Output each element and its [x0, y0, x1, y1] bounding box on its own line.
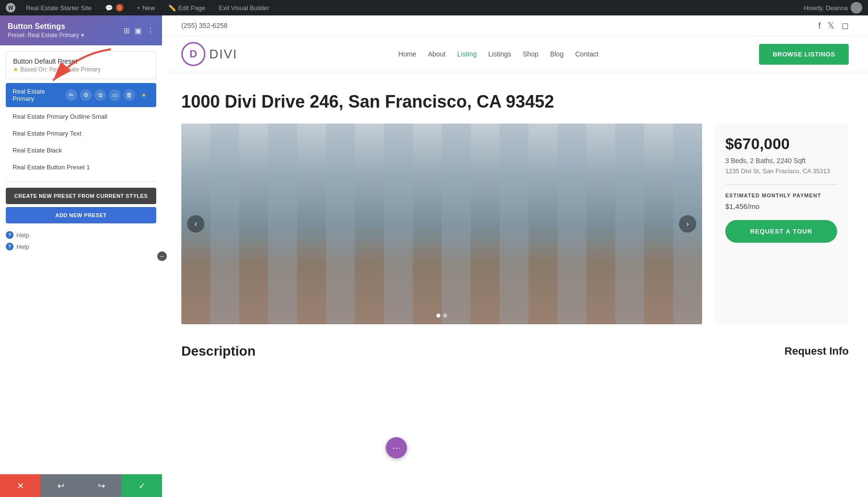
button-settings-panel: Button Settings Preset: Real Estate Prim… — [0, 15, 162, 497]
preset-star-icon[interactable]: ★ — [138, 89, 149, 101]
logo-text: DIVI — [209, 47, 238, 62]
panel-header: Button Settings Preset: Real Estate Prim… — [0, 15, 162, 45]
listing-gallery: ‹ › — [181, 124, 702, 324]
nav-listing[interactable]: Listing — [457, 50, 476, 58]
help-icon-2: ? — [6, 243, 14, 250]
browse-listings-button[interactable]: BROWSE LISTINGS — [759, 44, 849, 65]
comment-count-badge: 0 — [116, 4, 123, 12]
preset-action-icons: ✏ ⚙ ⧉ ▭ 🗑 ★ — [66, 89, 149, 101]
listing-title: 1000 Divi Drive 246, San Francisco, CA 9… — [181, 92, 849, 112]
gallery-dot-2[interactable] — [443, 314, 447, 318]
nav-links: Home About Listing Listings Shop Blog Co… — [398, 50, 598, 58]
cancel-button[interactable]: ✕ — [0, 474, 41, 497]
active-preset-row[interactable]: Real Estate Primary ✏ ⚙ ⧉ ▭ 🗑 ★ — [6, 83, 156, 107]
facebook-icon[interactable]: f — [818, 21, 821, 31]
divider — [6, 181, 156, 182]
preset-list-item[interactable]: Real Estate Button Preset 1 — [6, 159, 156, 176]
social-icons: f 𝕏 ◻ — [818, 20, 849, 31]
logo-circle: D — [181, 42, 205, 66]
listing-main: ‹ › $670,000 3 Beds, 2 Baths, 2240 Sqft … — [181, 124, 849, 324]
save-button[interactable]: ✓ — [122, 474, 162, 497]
wp-logo-icon[interactable]: W — [6, 3, 15, 13]
preset-edit-icon[interactable]: ✏ — [66, 89, 77, 101]
gallery-image — [181, 124, 702, 324]
default-preset-card[interactable]: Button Default Preset ★ Based On: Real E… — [6, 51, 156, 79]
admin-exit-builder[interactable]: Exit Visual Builder — [216, 0, 272, 15]
preset-list-item[interactable]: Real Estate Black — [6, 142, 156, 159]
panel-content: Button Default Preset ★ Based On: Real E… — [0, 45, 162, 474]
panel-footer: ✕ ↩ ↪ ✓ — [0, 474, 162, 497]
add-preset-button[interactable]: ADD NEW PRESET — [6, 207, 156, 223]
panel-title: Button Settings — [8, 22, 84, 31]
panel-settings-icon[interactable]: ⊞ — [123, 26, 130, 35]
nav-blog[interactable]: Blog — [550, 50, 564, 58]
admin-avatar — [851, 2, 862, 14]
admin-comments[interactable]: 💬 0 — [102, 0, 126, 15]
default-preset-title: Button Default Preset — [13, 57, 149, 65]
main-site: (255) 352-6258 f 𝕏 ◻ D DIVI Home About L… — [162, 15, 868, 497]
gallery-next-button[interactable]: › — [679, 215, 696, 233]
help-row-2[interactable]: ? Help — [6, 241, 156, 252]
gallery-dot-1[interactable] — [436, 314, 440, 318]
panel-header-icons: ⊞ ▣ ⋮ — [123, 26, 154, 35]
listing-address: 1235 Divi St, San Fracisco, CA 35313 — [725, 167, 837, 175]
sidebar-divider — [725, 184, 837, 185]
nav-listings[interactable]: Listings — [488, 50, 511, 58]
undo-button[interactable]: ↩ — [41, 474, 81, 497]
default-preset-subtitle: ★ Based On: Real Estate Primary — [13, 66, 149, 73]
panel-subtitle: Preset: Real Estate Primary ▾ — [8, 32, 84, 39]
nav-contact[interactable]: Contact — [575, 50, 598, 58]
panel-more-icon[interactable]: ⋮ — [147, 26, 154, 35]
phone-number: (255) 352-6258 — [181, 22, 228, 29]
preset-delete-icon[interactable]: 🗑 — [123, 89, 135, 101]
admin-howdy: Howdy, Deanna — [803, 2, 862, 14]
listing-price: $670,000 — [725, 135, 837, 153]
nav-shop[interactable]: Shop — [523, 50, 539, 58]
admin-site-name[interactable]: Real Estate Starter Site — [23, 0, 95, 15]
float-action-button[interactable]: ⋯ — [386, 437, 407, 458]
site-topbar: (255) 352-6258 f 𝕏 ◻ — [162, 15, 868, 36]
twitter-icon[interactable]: 𝕏 — [827, 20, 835, 31]
admin-bar: W Real Estate Starter Site 💬 0 + New ✏️ … — [0, 0, 868, 15]
nav-home[interactable]: Home — [398, 50, 416, 58]
help-icon-1: ? — [6, 231, 14, 239]
est-payment-label: ESTIMATED MONTHLY PAYMENT — [725, 193, 837, 198]
star-icon: ★ — [13, 66, 18, 73]
site-logo: D DIVI — [181, 42, 238, 66]
listing-details: 3 Beds, 2 Baths, 2240 Sqft — [725, 157, 837, 165]
listing-sidebar: $670,000 3 Beds, 2 Baths, 2240 Sqft 1235… — [714, 124, 849, 324]
description-section: Description Request Info — [162, 334, 868, 369]
admin-new[interactable]: + New — [134, 0, 158, 15]
nav-about[interactable]: About — [428, 50, 446, 58]
active-preset-label: Real Estate Primary — [13, 88, 62, 102]
preset-list-item[interactable]: Real Estate Primary Outline Small — [6, 108, 156, 125]
panel-layout-icon[interactable]: ▣ — [135, 26, 142, 35]
preset-settings-icon[interactable]: ⚙ — [80, 89, 92, 101]
instagram-icon[interactable]: ◻ — [841, 20, 849, 31]
help-row-1[interactable]: ? Help — [6, 229, 156, 241]
gallery-dots — [436, 314, 447, 318]
preset-export-icon[interactable]: ▭ — [109, 89, 121, 101]
request-info-title: Request Info — [785, 345, 849, 358]
request-tour-button[interactable]: REQUEST A TOUR — [725, 220, 837, 243]
create-preset-button[interactable]: CREATE NEW PRESET FROM CURRENT STYLES — [6, 188, 156, 204]
site-navigation: D DIVI Home About Listing Listings Shop … — [162, 36, 868, 72]
preset-list-item[interactable]: Real Estate Primary Text — [6, 125, 156, 142]
preset-duplicate-icon[interactable]: ⧉ — [95, 89, 106, 101]
panel-resize-handle[interactable]: ↔ — [157, 251, 167, 261]
gallery-prev-button[interactable]: ‹ — [187, 215, 204, 233]
description-title: Description — [181, 344, 256, 359]
page-content: 1000 Divi Drive 246, San Francisco, CA 9… — [162, 72, 868, 334]
redo-button[interactable]: ↪ — [81, 474, 122, 497]
est-payment-value: $1,456/mo — [725, 202, 837, 210]
admin-edit-page[interactable]: ✏️ Edit Page — [165, 0, 208, 15]
